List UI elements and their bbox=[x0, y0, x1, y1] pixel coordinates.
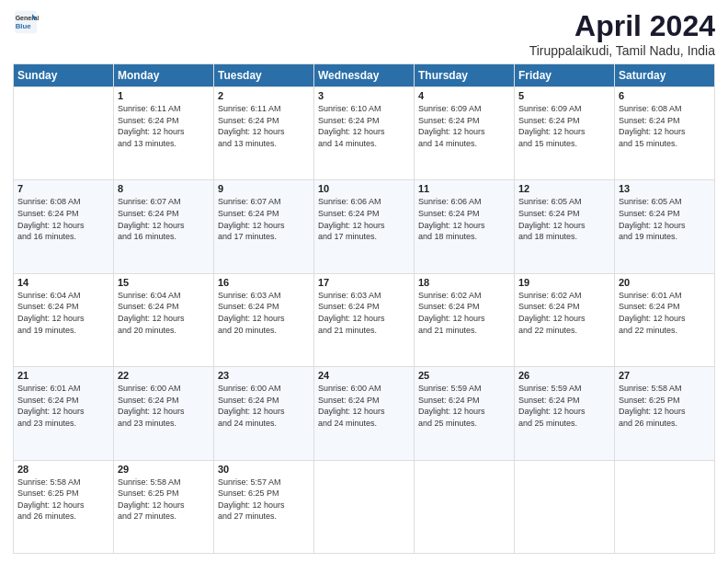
day-number: 27 bbox=[619, 370, 711, 381]
calendar-cell: 15Sunrise: 6:04 AMSunset: 6:24 PMDayligh… bbox=[114, 273, 214, 366]
day-info: Sunrise: 5:59 AMSunset: 6:24 PMDaylight:… bbox=[518, 383, 610, 429]
day-number: 8 bbox=[118, 183, 210, 194]
day-info: Sunrise: 6:01 AMSunset: 6:24 PMDaylight:… bbox=[619, 290, 711, 336]
calendar-cell: 11Sunrise: 6:06 AMSunset: 6:24 PMDayligh… bbox=[415, 180, 515, 273]
calendar-cell: 23Sunrise: 6:00 AMSunset: 6:24 PMDayligh… bbox=[214, 367, 314, 460]
day-number: 30 bbox=[218, 464, 310, 475]
calendar-cell bbox=[515, 460, 615, 553]
calendar-cell: 25Sunrise: 5:59 AMSunset: 6:24 PMDayligh… bbox=[415, 367, 515, 460]
calendar-cell: 8Sunrise: 6:07 AMSunset: 6:24 PMDaylight… bbox=[114, 180, 214, 273]
day-number: 1 bbox=[118, 90, 210, 101]
day-number: 16 bbox=[218, 277, 310, 288]
day-number: 23 bbox=[218, 370, 310, 381]
day-info: Sunrise: 6:09 AMSunset: 6:24 PMDaylight:… bbox=[418, 103, 510, 149]
day-info: Sunrise: 6:03 AMSunset: 6:24 PMDaylight:… bbox=[318, 290, 410, 336]
calendar-cell: 3Sunrise: 6:10 AMSunset: 6:24 PMDaylight… bbox=[314, 87, 415, 180]
day-number: 7 bbox=[17, 183, 109, 194]
day-number: 18 bbox=[418, 277, 510, 288]
day-number: 17 bbox=[318, 277, 410, 288]
calendar-cell bbox=[615, 460, 715, 553]
day-number: 14 bbox=[17, 277, 109, 288]
day-info: Sunrise: 5:58 AMSunset: 6:25 PMDaylight:… bbox=[118, 477, 210, 523]
title-block: April 2024 Tiruppalaikudi, Tamil Nadu, I… bbox=[529, 9, 715, 58]
calendar-day-header: Friday bbox=[515, 64, 615, 87]
calendar-cell: 7Sunrise: 6:08 AMSunset: 6:24 PMDaylight… bbox=[14, 180, 114, 273]
calendar-cell: 22Sunrise: 6:00 AMSunset: 6:24 PMDayligh… bbox=[114, 367, 214, 460]
day-info: Sunrise: 6:05 AMSunset: 6:24 PMDaylight:… bbox=[619, 196, 711, 242]
day-info: Sunrise: 6:04 AMSunset: 6:24 PMDaylight:… bbox=[17, 290, 109, 336]
calendar-week-row: 28Sunrise: 5:58 AMSunset: 6:25 PMDayligh… bbox=[14, 460, 715, 553]
calendar-table: SundayMondayTuesdayWednesdayThursdayFrid… bbox=[13, 63, 715, 554]
page: General Blue April 2024 Tiruppalaikudi, … bbox=[0, 0, 728, 563]
day-number: 20 bbox=[619, 277, 711, 288]
day-info: Sunrise: 6:01 AMSunset: 6:24 PMDaylight:… bbox=[17, 383, 109, 429]
day-info: Sunrise: 6:00 AMSunset: 6:24 PMDaylight:… bbox=[318, 383, 410, 429]
calendar-cell: 10Sunrise: 6:06 AMSunset: 6:24 PMDayligh… bbox=[314, 180, 415, 273]
day-info: Sunrise: 6:11 AMSunset: 6:24 PMDaylight:… bbox=[218, 103, 310, 149]
day-number: 26 bbox=[518, 370, 610, 381]
calendar-cell: 18Sunrise: 6:02 AMSunset: 6:24 PMDayligh… bbox=[415, 273, 515, 366]
calendar-cell bbox=[14, 87, 114, 180]
calendar-week-row: 21Sunrise: 6:01 AMSunset: 6:24 PMDayligh… bbox=[14, 367, 715, 460]
calendar-week-row: 1Sunrise: 6:11 AMSunset: 6:24 PMDaylight… bbox=[14, 87, 715, 180]
calendar-cell: 2Sunrise: 6:11 AMSunset: 6:24 PMDaylight… bbox=[214, 87, 314, 180]
day-number: 24 bbox=[318, 370, 410, 381]
day-info: Sunrise: 6:04 AMSunset: 6:24 PMDaylight:… bbox=[118, 290, 210, 336]
calendar-cell bbox=[415, 460, 515, 553]
day-info: Sunrise: 6:08 AMSunset: 6:24 PMDaylight:… bbox=[619, 103, 711, 149]
day-info: Sunrise: 5:58 AMSunset: 6:25 PMDaylight:… bbox=[17, 477, 109, 523]
day-number: 25 bbox=[418, 370, 510, 381]
day-number: 11 bbox=[418, 183, 510, 194]
day-info: Sunrise: 6:10 AMSunset: 6:24 PMDaylight:… bbox=[318, 103, 410, 149]
calendar-cell: 27Sunrise: 5:58 AMSunset: 6:25 PMDayligh… bbox=[615, 367, 715, 460]
day-number: 29 bbox=[118, 464, 210, 475]
calendar-cell: 4Sunrise: 6:09 AMSunset: 6:24 PMDaylight… bbox=[415, 87, 515, 180]
day-number: 10 bbox=[318, 183, 410, 194]
day-number: 3 bbox=[318, 90, 410, 101]
calendar-cell: 19Sunrise: 6:02 AMSunset: 6:24 PMDayligh… bbox=[515, 273, 615, 366]
calendar-cell: 26Sunrise: 5:59 AMSunset: 6:24 PMDayligh… bbox=[515, 367, 615, 460]
day-info: Sunrise: 6:08 AMSunset: 6:24 PMDaylight:… bbox=[17, 196, 109, 242]
day-info: Sunrise: 6:02 AMSunset: 6:24 PMDaylight:… bbox=[518, 290, 610, 336]
logo: General Blue bbox=[13, 9, 39, 35]
calendar-day-header: Thursday bbox=[415, 64, 515, 87]
calendar-cell: 30Sunrise: 5:57 AMSunset: 6:25 PMDayligh… bbox=[214, 460, 314, 553]
calendar-cell: 14Sunrise: 6:04 AMSunset: 6:24 PMDayligh… bbox=[14, 273, 114, 366]
calendar-cell: 20Sunrise: 6:01 AMSunset: 6:24 PMDayligh… bbox=[615, 273, 715, 366]
calendar-cell: 13Sunrise: 6:05 AMSunset: 6:24 PMDayligh… bbox=[615, 180, 715, 273]
day-number: 22 bbox=[118, 370, 210, 381]
day-info: Sunrise: 6:09 AMSunset: 6:24 PMDaylight:… bbox=[518, 103, 610, 149]
day-number: 28 bbox=[17, 464, 109, 475]
calendar-day-header: Saturday bbox=[615, 64, 715, 87]
calendar-cell: 29Sunrise: 5:58 AMSunset: 6:25 PMDayligh… bbox=[114, 460, 214, 553]
calendar-cell: 12Sunrise: 6:05 AMSunset: 6:24 PMDayligh… bbox=[515, 180, 615, 273]
day-info: Sunrise: 6:06 AMSunset: 6:24 PMDaylight:… bbox=[418, 196, 510, 242]
calendar-cell: 5Sunrise: 6:09 AMSunset: 6:24 PMDaylight… bbox=[515, 87, 615, 180]
calendar-day-header: Sunday bbox=[14, 64, 114, 87]
day-info: Sunrise: 5:57 AMSunset: 6:25 PMDaylight:… bbox=[218, 477, 310, 523]
calendar-cell: 24Sunrise: 6:00 AMSunset: 6:24 PMDayligh… bbox=[314, 367, 415, 460]
calendar-week-row: 7Sunrise: 6:08 AMSunset: 6:24 PMDaylight… bbox=[14, 180, 715, 273]
day-number: 13 bbox=[619, 183, 711, 194]
subtitle: Tiruppalaikudi, Tamil Nadu, India bbox=[529, 43, 715, 58]
calendar-week-row: 14Sunrise: 6:04 AMSunset: 6:24 PMDayligh… bbox=[14, 273, 715, 366]
calendar-cell: 6Sunrise: 6:08 AMSunset: 6:24 PMDaylight… bbox=[615, 87, 715, 180]
calendar-cell: 9Sunrise: 6:07 AMSunset: 6:24 PMDaylight… bbox=[214, 180, 314, 273]
header: General Blue April 2024 Tiruppalaikudi, … bbox=[13, 9, 715, 58]
calendar-cell: 16Sunrise: 6:03 AMSunset: 6:24 PMDayligh… bbox=[214, 273, 314, 366]
calendar-cell: 28Sunrise: 5:58 AMSunset: 6:25 PMDayligh… bbox=[14, 460, 114, 553]
calendar-cell: 17Sunrise: 6:03 AMSunset: 6:24 PMDayligh… bbox=[314, 273, 415, 366]
day-info: Sunrise: 6:06 AMSunset: 6:24 PMDaylight:… bbox=[318, 196, 410, 242]
day-number: 4 bbox=[418, 90, 510, 101]
day-info: Sunrise: 6:00 AMSunset: 6:24 PMDaylight:… bbox=[118, 383, 210, 429]
day-info: Sunrise: 6:07 AMSunset: 6:24 PMDaylight:… bbox=[218, 196, 310, 242]
svg-text:Blue: Blue bbox=[16, 22, 32, 30]
day-number: 9 bbox=[218, 183, 310, 194]
calendar-body: 1Sunrise: 6:11 AMSunset: 6:24 PMDaylight… bbox=[14, 87, 715, 554]
day-info: Sunrise: 5:59 AMSunset: 6:24 PMDaylight:… bbox=[418, 383, 510, 429]
day-number: 15 bbox=[118, 277, 210, 288]
calendar-cell: 1Sunrise: 6:11 AMSunset: 6:24 PMDaylight… bbox=[114, 87, 214, 180]
day-info: Sunrise: 6:05 AMSunset: 6:24 PMDaylight:… bbox=[518, 196, 610, 242]
day-number: 2 bbox=[218, 90, 310, 101]
day-info: Sunrise: 6:11 AMSunset: 6:24 PMDaylight:… bbox=[118, 103, 210, 149]
